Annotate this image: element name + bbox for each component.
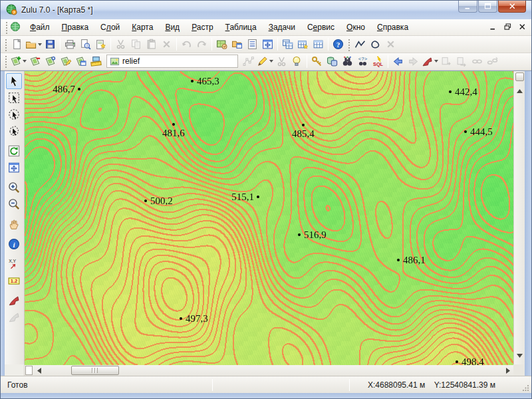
bookmark-button[interactable]: [421, 54, 439, 68]
mdi-restore-button[interactable]: [502, 23, 513, 32]
vscroll-thumb[interactable]: [515, 72, 524, 81]
elevation-point-marker: [257, 196, 259, 198]
report-button[interactable]: [93, 37, 108, 52]
legend-button[interactable]: [245, 37, 260, 52]
save-button[interactable]: [43, 37, 58, 52]
layer-settings-button[interactable]: [43, 54, 58, 68]
menu-item-map[interactable]: Карта: [126, 20, 159, 35]
draw-edit-button[interactable]: [256, 54, 274, 68]
refresh-tool[interactable]: [6, 143, 22, 159]
scroll-right-icon[interactable]: [503, 365, 513, 376]
menu-item-view[interactable]: Вид: [159, 20, 186, 35]
status-ready: Готов: [5, 380, 212, 390]
dropdown-caret-icon[interactable]: [434, 60, 438, 63]
flag-clear-tool[interactable]: [6, 309, 22, 325]
menu-item-table[interactable]: Таблица: [219, 20, 263, 35]
find-by-key-button[interactable]: [309, 54, 325, 68]
go-back-button[interactable]: [390, 54, 406, 68]
select-rect-tool[interactable]: [6, 90, 22, 106]
hscroll-track[interactable]: [45, 365, 503, 376]
select-circle-tool[interactable]: [6, 106, 22, 122]
help-button[interactable]: ?: [331, 37, 346, 52]
splitter-box[interactable]: [25, 366, 33, 375]
map-scale-button[interactable]: [88, 54, 104, 68]
toolbar-map-grip[interactable]: [4, 55, 7, 68]
dropdown-caret-icon[interactable]: [269, 60, 273, 63]
hscroll-thumb[interactable]: [71, 366, 119, 375]
undo-button: [179, 37, 194, 52]
elevation-label: 497,3: [186, 314, 208, 324]
layer-window-button[interactable]: [73, 54, 88, 68]
menu-item-raster[interactable]: Растр: [186, 20, 219, 35]
table-new-button[interactable]: [295, 37, 311, 52]
close-button[interactable]: [498, 1, 526, 13]
erase-button: [383, 37, 398, 52]
map-canvas[interactable]: [25, 71, 513, 365]
toolbar-map: relief<?>SQL: [1, 53, 531, 70]
toolbar-grip[interactable]: [347, 38, 350, 51]
toolbar-separator: [328, 38, 329, 51]
scroll-down-icon[interactable]: [517, 348, 523, 360]
elevation-label: 444,5: [470, 127, 493, 137]
menubar: ФайлПравкаСлойКартаВидРастрТаблицаЗадачи…: [1, 19, 531, 37]
draw-area-button[interactable]: [368, 37, 383, 52]
horizontal-scrollbar[interactable]: [25, 364, 513, 376]
elevation-label: 442,4: [455, 87, 477, 97]
mdi-minimize-button[interactable]: [487, 23, 498, 32]
fit-window-button[interactable]: [260, 37, 275, 52]
maximize-button[interactable]: [478, 1, 497, 13]
dropdown-caret-icon[interactable]: [38, 43, 42, 46]
pan-tool[interactable]: [6, 216, 22, 232]
scroll-left-icon[interactable]: [34, 365, 45, 376]
select-area-tool[interactable]: [6, 123, 22, 139]
label-tool[interactable]: 1.2: [6, 273, 22, 289]
layer-edit-button[interactable]: [58, 54, 73, 68]
dropdown-caret-icon[interactable]: [23, 60, 27, 63]
print-button[interactable]: [63, 37, 78, 52]
svg-text:SQL: SQL: [373, 61, 383, 67]
menu-item-file[interactable]: Файл: [24, 20, 56, 35]
select-tool[interactable]: [6, 73, 22, 89]
scroll-up-icon[interactable]: [517, 84, 523, 96]
layer-manager-button[interactable]: [229, 37, 245, 52]
sql-button[interactable]: SQL: [370, 54, 386, 68]
new-map-button[interactable]: [9, 37, 25, 52]
remove-layer-button[interactable]: [27, 54, 43, 68]
menu-item-tasks[interactable]: Задачи: [263, 20, 301, 35]
minimize-button[interactable]: [458, 1, 477, 13]
info-tool[interactable]: i: [6, 236, 22, 252]
map-properties-button[interactable]: [214, 37, 229, 52]
vertical-scrollbar[interactable]: [513, 71, 525, 364]
map-viewport[interactable]: 486,7465,3442,4481,6485,4444,5500,2515,1…: [25, 71, 513, 365]
mdi-close-button[interactable]: [517, 23, 527, 32]
menu-item-service[interactable]: Сервис: [301, 20, 340, 35]
coords-tool[interactable]: X,Y: [6, 256, 22, 272]
menubar-grip[interactable]: [5, 21, 7, 34]
table-open-button[interactable]: [311, 37, 326, 52]
zoom-in-tool[interactable]: [6, 180, 22, 196]
find-in-db-button[interactable]: [325, 54, 340, 68]
elevation-label: 500,2: [150, 196, 173, 206]
fit-extents-tool[interactable]: [6, 160, 22, 176]
style-button[interactable]: [289, 54, 305, 68]
zoom-out-tool[interactable]: [6, 196, 22, 212]
draw-polyline-button[interactable]: [352, 37, 368, 52]
menu-item-edit[interactable]: Правка: [56, 20, 95, 35]
find-query-button[interactable]: <?>: [355, 54, 370, 68]
menu-item-layer[interactable]: Слой: [94, 20, 126, 35]
menu-item-window[interactable]: Окно: [340, 20, 371, 35]
add-layer-button[interactable]: [9, 54, 27, 68]
toolbar-standard-grip[interactable]: [4, 38, 7, 51]
elevation-point-marker: [191, 80, 194, 82]
table-copy-button[interactable]: [280, 37, 295, 52]
find-button[interactable]: [340, 54, 355, 68]
print-preview-button[interactable]: [78, 37, 93, 52]
flag-tool[interactable]: [6, 293, 22, 309]
elevation-point-marker: [302, 124, 305, 126]
resize-grip-icon[interactable]: [521, 376, 531, 393]
active-layer-combo[interactable]: relief: [106, 55, 238, 68]
open-map-button[interactable]: [25, 37, 43, 52]
app-icon: ?: [6, 4, 17, 15]
svg-text:?: ?: [13, 10, 15, 15]
menu-item-help[interactable]: Справка: [371, 20, 414, 35]
